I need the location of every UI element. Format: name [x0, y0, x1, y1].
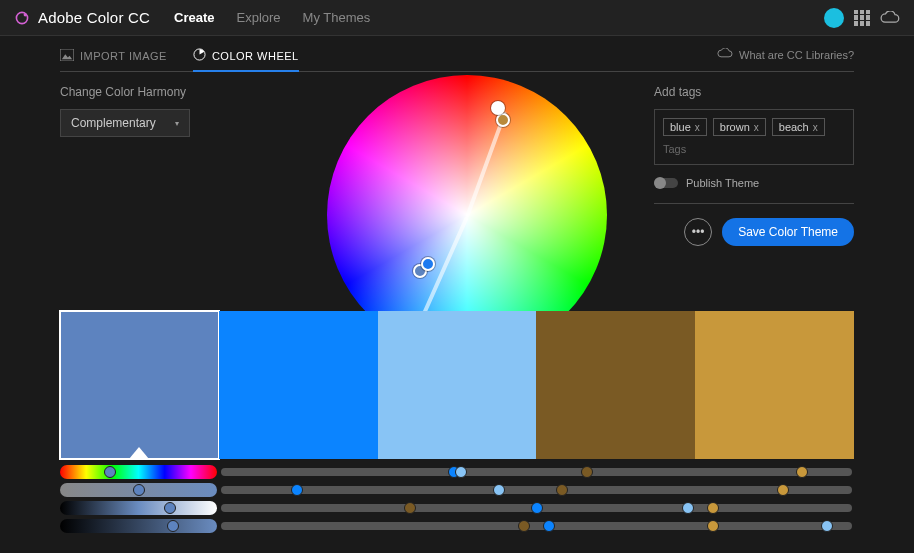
apps-grid-icon[interactable]	[854, 10, 870, 26]
slider-handle-2-1[interactable]	[682, 502, 694, 514]
slider-track-1[interactable]	[221, 486, 852, 494]
slider-label-handle[interactable]	[104, 466, 116, 478]
slider-label-rgb[interactable]	[60, 519, 217, 533]
nav-my-themes[interactable]: My Themes	[303, 10, 371, 25]
wheel-marker-1[interactable]	[491, 101, 505, 115]
slider-handle-1-0[interactable]	[291, 484, 303, 496]
tag-remove-icon[interactable]: x	[754, 122, 759, 133]
slider-handle-0-2[interactable]	[581, 466, 593, 478]
svg-point-1	[24, 13, 27, 16]
slider-handle-3-0[interactable]	[543, 520, 555, 532]
tab-color-wheel-label: COLOR WHEEL	[212, 50, 299, 62]
creative-cloud-icon[interactable]	[880, 11, 900, 25]
sliders-panel	[60, 459, 854, 535]
creative-cloud-small-icon	[717, 48, 733, 61]
wheel-marker-0[interactable]	[496, 113, 510, 127]
tab-import-image[interactable]: IMPORT IMAGE	[60, 48, 167, 63]
tags-placeholder: Tags	[663, 143, 686, 155]
slider-label-handle[interactable]	[133, 484, 145, 496]
nav-explore[interactable]: Explore	[237, 10, 281, 25]
wheel-icon	[193, 48, 206, 63]
primary-nav: Create Explore My Themes	[174, 10, 370, 25]
tag-remove-icon[interactable]: x	[695, 122, 700, 133]
chevron-down-icon: ▾	[175, 119, 179, 128]
cc-libraries-label: What are CC Libraries?	[739, 49, 854, 61]
publish-label: Publish Theme	[686, 177, 759, 189]
slider-row-0	[60, 463, 854, 481]
slider-row-3	[60, 517, 854, 535]
tag-blue[interactable]: bluex	[663, 118, 707, 136]
swatch-1[interactable]	[219, 311, 378, 459]
slider-track-0[interactable]	[221, 468, 852, 476]
harmony-dropdown[interactable]: Complementary ▾	[60, 109, 190, 137]
avatar[interactable]	[824, 8, 844, 28]
slider-track-3[interactable]	[221, 522, 852, 530]
more-actions-button[interactable]: •••	[684, 218, 712, 246]
slider-handle-3-3[interactable]	[707, 520, 719, 532]
publish-toggle[interactable]	[654, 178, 678, 188]
nav-create[interactable]: Create	[174, 10, 214, 25]
tag-brown[interactable]: brownx	[713, 118, 766, 136]
slider-row-1	[60, 481, 854, 499]
adobe-color-logo-icon	[14, 10, 30, 26]
tab-import-image-label: IMPORT IMAGE	[80, 50, 167, 62]
swatch-4[interactable]	[695, 311, 854, 459]
slider-handle-3-1[interactable]	[821, 520, 833, 532]
tags-label: Add tags	[654, 85, 854, 99]
slider-handle-1-1[interactable]	[493, 484, 505, 496]
slider-label-sat[interactable]	[60, 483, 217, 497]
slider-handle-2-3[interactable]	[707, 502, 719, 514]
top-bar: Adobe Color CC Create Explore My Themes	[0, 0, 914, 36]
wheel-marker-3[interactable]	[421, 257, 435, 271]
harmony-selected: Complementary	[71, 116, 156, 130]
tags-box[interactable]: bluexbrownxbeachx Tags	[654, 109, 854, 165]
slider-handle-3-2[interactable]	[518, 520, 530, 532]
tab-color-wheel[interactable]: COLOR WHEEL	[193, 48, 299, 63]
slider-label-handle[interactable]	[167, 520, 179, 532]
slider-label-light[interactable]	[60, 501, 217, 515]
slider-track-2[interactable]	[221, 504, 852, 512]
swatch-0[interactable]	[60, 311, 219, 459]
slider-handle-0-3[interactable]	[796, 466, 808, 478]
slider-label-handle[interactable]	[164, 502, 176, 514]
harmony-label: Change Color Harmony	[60, 85, 280, 99]
slider-label-hue[interactable]	[60, 465, 217, 479]
slider-handle-2-0[interactable]	[531, 502, 543, 514]
slider-handle-0-1[interactable]	[455, 466, 467, 478]
swatch-3[interactable]	[536, 311, 695, 459]
swatch-2[interactable]	[378, 311, 537, 459]
slider-handle-1-3[interactable]	[777, 484, 789, 496]
cc-libraries-link[interactable]: What are CC Libraries?	[717, 48, 854, 69]
slider-handle-2-2[interactable]	[404, 502, 416, 514]
swatch-row	[60, 311, 854, 459]
save-theme-button[interactable]: Save Color Theme	[722, 218, 854, 246]
slider-row-2	[60, 499, 854, 517]
slider-handle-1-2[interactable]	[556, 484, 568, 496]
app-title: Adobe Color CC	[38, 9, 150, 26]
tag-remove-icon[interactable]: x	[813, 122, 818, 133]
svg-marker-3	[62, 54, 72, 59]
tag-beach[interactable]: beachx	[772, 118, 825, 136]
image-icon	[60, 49, 74, 63]
